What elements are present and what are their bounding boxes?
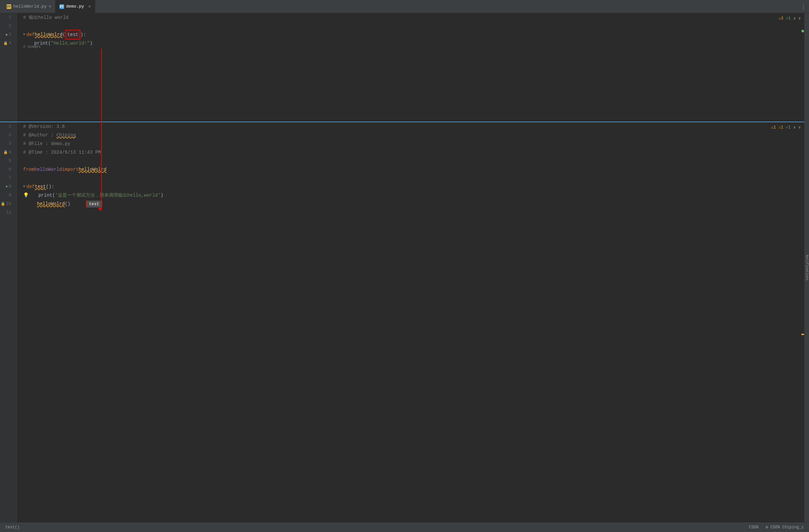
punc-test: (): [46, 183, 54, 191]
bot-code-line-1: # @Version: 3.8 [17, 122, 803, 131]
line-num-1: 1 [0, 13, 14, 22]
line-num-3: ▶ 3 [0, 30, 14, 39]
bot-code-line-5 [17, 157, 803, 165]
tab-demo-close[interactable]: ✕ [88, 4, 90, 9]
code-line-1-top: # 输出hello world [17, 13, 803, 22]
param-test: test [67, 32, 79, 37]
bot-line-num-2: 2 [0, 131, 14, 139]
bot-comment-2: # @Author : Chiping [23, 131, 76, 139]
lock-icon-bot-4: 🔒 [3, 148, 8, 157]
kw-from: from [23, 165, 34, 174]
line-num-4: 🔒 4 [0, 39, 14, 48]
import-helloWolrd: helloWolrd [79, 165, 106, 174]
warning-scroll-indicator [802, 334, 804, 335]
line-num-2: 2 [0, 22, 14, 30]
bottom-code-content[interactable]: # @Version: 3.8 # @Author : Chiping # @F… [17, 122, 803, 217]
bot-line-num-3: 3 [0, 139, 14, 148]
green-scroll-indicator [802, 30, 804, 32]
kw-import: import [62, 165, 79, 174]
punc-print-9-close: ) [160, 191, 163, 200]
bot-line-num-4: 🔒 4 [0, 148, 14, 157]
comment-1: # 输出hello world [23, 13, 68, 22]
mod-helloWorld: helloWorld [34, 165, 62, 174]
lock-icon-bot-10: 🔒 [1, 200, 5, 208]
str-hello: "Hello,world!" [51, 39, 90, 48]
lightbulb-icon[interactable]: 💡 [23, 191, 29, 200]
more-tabs-button[interactable]: ⋮ [801, 3, 806, 10]
str-9: '这是一个测试方法，用来调用输出hello,world' [55, 191, 160, 200]
param-test-highlight: test [65, 30, 81, 40]
kw-def: def [27, 30, 35, 39]
notifications-label: Notifications [805, 255, 809, 280]
bot-code-line-2: # @Author : Chiping [17, 131, 803, 139]
bot-line-num-11: 11 [0, 208, 14, 217]
bot-code-line-4: # @Time : 2024/6/13 11:43 PM [17, 148, 803, 157]
tab-demo-label: demo.py [66, 4, 84, 9]
bot-code-line-9: 💡 print ( '这是一个测试方法，用来调用输出hello,world' ) [17, 191, 803, 200]
csdn-label: CSDN [749, 525, 763, 530]
bot-line-num-1: 1 [0, 122, 14, 131]
kw-def-test: def [27, 183, 35, 191]
indent-4 [23, 39, 34, 48]
bot-code-line-10: helloWolrd () [17, 200, 803, 208]
editor-container: 1 2 ▶ 3 🔒 4 2 usages ⚠3 ✓1 ∧ ∨ [0, 13, 809, 522]
notifications-panel[interactable]: Notifications [804, 13, 809, 522]
bot-comment-3: # @File : demo.py [23, 139, 70, 148]
fn-helloWolrd: helloWolrd [35, 30, 63, 39]
tab-helloworld[interactable]: py helloWorld.py ✕ [3, 0, 55, 13]
bot-line-num-8: ▶ 8 [0, 183, 14, 191]
code-line-4-top: print ( "Hello,world!" ) [17, 39, 803, 48]
top-editor-pane[interactable]: 1 2 ▶ 3 🔒 4 2 usages ⚠3 ✓1 ∧ ∨ [0, 13, 809, 122]
punc-print-open: ( [48, 39, 51, 48]
code-line-2-top [17, 22, 803, 30]
bottom-gutter: 1 2 3 🔒 4 5 6 7 ▶ 8 9 🔒 10 11 [0, 122, 17, 522]
punc-close: ): [80, 30, 86, 39]
bot-line-num-6: 6 [0, 165, 14, 174]
bot-code-line-8: ▼ def test (): [17, 183, 803, 191]
top-gutter: 1 2 ▶ 3 🔒 4 [0, 13, 17, 122]
bot-code-line-11 [17, 208, 803, 217]
indent-9 [30, 191, 38, 200]
punc-open: ( [63, 30, 65, 39]
code-line-3-top: ▼ def helloWolrd ( test ): [17, 30, 803, 39]
top-code-content[interactable]: # 输出hello world ▼ def helloWolrd ( test … [17, 13, 803, 48]
bot-line-num-5: 5 [0, 157, 14, 165]
status-right: CSDN ⚙ CSDN Chiping_z [749, 525, 804, 530]
tab-helloworld-label: helloWorld.py [13, 4, 47, 9]
punc-print-close: ) [90, 39, 92, 48]
bot-comment-4: # @Time : 2024/6/13 11:43 PM [23, 148, 101, 157]
builtin-print: print [34, 39, 48, 48]
bot-comment-1: # @Version: 3.8 [23, 122, 65, 131]
fold-gutter-8[interactable]: ▶ [6, 183, 8, 191]
tab-helloworld-close[interactable]: ✕ [49, 4, 51, 9]
bot-code-line-6: from helloWorld import helloWolrd [17, 165, 803, 174]
tab-bar: py helloWorld.py ✕ py demo.py ✕ ⋮ [0, 0, 809, 13]
bot-print: print [38, 191, 52, 200]
fn-test: test [35, 183, 46, 191]
python-icon-yellow: py [6, 4, 11, 9]
indent-10 [23, 200, 37, 208]
lock-icon-4: 🔒 [3, 39, 8, 48]
punc-print-9-open: ( [52, 191, 55, 200]
tooltip-text: test [89, 202, 99, 207]
bot-code-line-3: # @File : demo.py [17, 139, 803, 148]
punc-call: () [65, 200, 70, 208]
bot-line-num-10: 🔒 10 [0, 200, 14, 208]
run-icon[interactable]: ▶ [6, 30, 8, 39]
bot-line-num-7: 7 [0, 174, 14, 183]
status-left: test() [5, 525, 19, 530]
bot-line-num-9: 9 [0, 191, 14, 200]
tab-demo[interactable]: py demo.py ✕ [55, 0, 95, 13]
fn-helloWolrd-call: helloWolrd [37, 200, 65, 208]
gear-icon[interactable]: ⚙ [766, 525, 768, 530]
bot-code-line-7 [17, 174, 803, 183]
user-label: CSDN Chiping_z [770, 525, 804, 530]
bottom-editor-pane[interactable]: ⚠1 ⚠1 ✓1 ∧ ∨ 1 2 3 🔒 4 5 6 7 ▶ 8 [0, 122, 809, 522]
status-bar: test() CSDN ⚙ CSDN Chiping_z [0, 522, 809, 532]
fold-icon-bot-8[interactable]: ▼ [23, 183, 25, 191]
fold-icon-3[interactable]: ▼ [23, 30, 25, 39]
test-tooltip: test [86, 201, 102, 207]
python-icon-blue: py [59, 4, 64, 9]
